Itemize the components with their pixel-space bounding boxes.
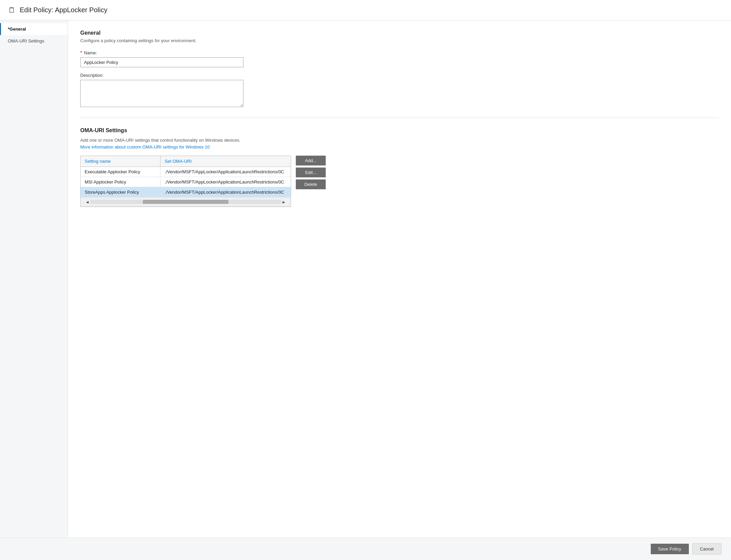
table-row[interactable]: Executable Applocker Policy ./Vendor/MSF… [81,167,291,177]
oma-section-title: OMA-URI Settings [80,127,719,134]
general-section-title: General [80,30,719,36]
row-name-cell: MSI Applocker Policy [81,177,160,187]
general-section-desc: Configure a policy containing settings f… [80,38,719,43]
page-header: 🗒 Edit Policy: AppLocker Policy [0,0,731,20]
row-uri-cell: ./Vendor/MSFT/AppLocker/ApplicationLaunc… [160,167,291,177]
scrollbar-cell: ◀ ▶ [81,197,291,207]
edit-button[interactable]: Edit... [296,168,326,177]
table-actions-layout: Setting name Set OMA-URI Executable Appl… [80,156,719,207]
section-divider [80,118,719,118]
scrollbar-thumb[interactable] [143,200,229,204]
oma-info-link[interactable]: More information about custom OMA-URI se… [80,144,210,150]
scrollbar-track[interactable] [90,200,281,204]
name-required-star: * [80,50,82,55]
description-input[interactable] [80,80,243,107]
main-content: General Configure a policy containing se… [68,20,731,538]
footer: Save Policy Cancel [0,538,731,560]
general-section: General Configure a policy containing se… [80,30,719,108]
col-header-name: Setting name [81,156,160,167]
save-policy-button[interactable]: Save Policy [651,544,689,554]
scroll-right-arrow[interactable]: ▶ [281,200,287,204]
description-field-label: Description: [80,73,719,78]
page-icon: 🗒 [8,6,16,15]
row-name-cell: StoreApps Applocker Policy [81,187,160,197]
page-title: Edit Policy: AppLocker Policy [20,6,107,14]
sidebar-item-general[interactable]: *General [0,23,68,35]
col-header-uri: Set OMA-URI [160,156,291,167]
name-field-label: * Name: [80,50,719,55]
scroll-left-arrow[interactable]: ◀ [85,200,90,204]
table-row[interactable]: MSI Applocker Policy ./Vendor/MSFT/AppLo… [81,177,291,187]
name-input[interactable] [80,57,243,67]
action-buttons: Add... Edit... Delete [296,156,326,189]
oma-uri-section: OMA-URI Settings Add one or more OMA-URI… [80,127,719,207]
oma-table-wrapper: Setting name Set OMA-URI Executable Appl… [80,156,291,207]
delete-button[interactable]: Delete [296,179,326,189]
row-uri-cell: ./Vendor/MSFT/AppLocker/ApplicationLaunc… [160,177,291,187]
oma-table: Setting name Set OMA-URI Executable Appl… [81,156,291,207]
body-layout: *General OMA-URI Settings General Config… [0,20,731,538]
table-row-selected[interactable]: StoreApps Applocker Policy ./Vendor/MSFT… [81,187,291,197]
row-name-cell: Executable Applocker Policy [81,167,160,177]
add-button[interactable]: Add... [296,156,326,165]
oma-section-desc: Add one or more OMA-URI settings that co… [80,138,719,143]
sidebar: *General OMA-URI Settings [0,20,68,538]
sidebar-item-oma-uri[interactable]: OMA-URI Settings [0,35,68,47]
row-uri-cell: ./Vendor/MSFT/AppLocker/ApplicationLaunc… [160,187,291,197]
horizontal-scrollbar[interactable]: ◀ ▶ [81,197,291,207]
cancel-button[interactable]: Cancel [692,543,721,555]
